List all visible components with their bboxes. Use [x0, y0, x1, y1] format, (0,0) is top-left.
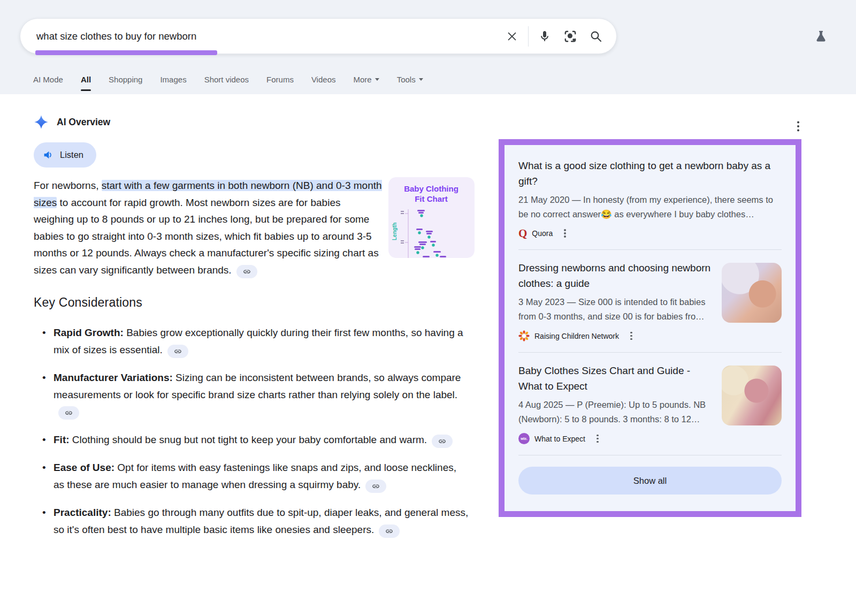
source-card-title[interactable]: Dressing newborns and choosing newborn c… [518, 261, 714, 291]
card-divider [518, 249, 782, 250]
quora-logo: Q [518, 228, 527, 239]
source-name: Quora [532, 229, 553, 238]
kebab-menu-icon[interactable] [597, 438, 599, 440]
item-text: Clothing should be snug but not tight to… [70, 434, 427, 445]
labs-button[interactable] [811, 27, 830, 46]
source-card-snippet: 3 May 2023 — Size 000 is intended to fit… [518, 295, 714, 323]
item-text: Babies go through many outfits due to sp… [54, 507, 468, 535]
source-card[interactable]: Dressing newborns and choosing newborn c… [518, 261, 782, 341]
ai-overview-body: For newborns, start with a few garments … [34, 177, 483, 549]
tab-ai-mode[interactable]: AI Mode [33, 75, 63, 84]
link-icon [372, 482, 380, 490]
listen-button-label: Listen [60, 150, 83, 160]
annotation-search-underline [35, 50, 217, 55]
kebab-menu-icon [797, 125, 800, 128]
close-icon [506, 31, 518, 42]
key-considerations-list: Rapid Growth: Babies grow exceptionally … [34, 324, 483, 538]
kebab-menu-icon[interactable] [564, 232, 566, 234]
search-bar-icons [499, 24, 616, 49]
ai-overview-header: AI Overview [34, 115, 110, 130]
key-considerations-heading: Key Considerations [34, 295, 483, 310]
tab-images[interactable]: Images [160, 75, 186, 84]
search-result-tabs: AI Mode All Shopping Images Short videos… [33, 71, 423, 87]
tab-tools-label: Tools [397, 75, 416, 84]
citation-link-chip[interactable] [236, 265, 257, 278]
chevron-down-icon [419, 78, 423, 81]
link-icon [243, 268, 251, 276]
link-icon [385, 527, 393, 535]
source-card[interactable]: What is a good size clothing to get a ne… [518, 158, 782, 239]
tab-more-label: More [353, 75, 371, 84]
result-thumbnail-image[interactable] [722, 263, 782, 323]
chevron-down-icon [375, 78, 379, 81]
citation-link-chip[interactable] [58, 406, 79, 420]
citation-link-chip[interactable] [432, 435, 453, 448]
item-label: Practicality: [54, 507, 111, 518]
lens-search-button[interactable] [557, 24, 583, 49]
tab-all[interactable]: All [81, 75, 91, 84]
show-all-button[interactable]: Show all [518, 467, 782, 495]
bullet-marker [34, 504, 54, 538]
card-divider [518, 455, 782, 455]
item-label: Manufacturer Variations: [54, 372, 173, 383]
intro-pre: For newborns, [34, 180, 102, 191]
listen-button[interactable]: Listen [34, 142, 96, 168]
link-icon [174, 347, 182, 355]
speaker-icon [43, 149, 54, 161]
tab-tools[interactable]: Tools [397, 75, 423, 84]
list-item: Ease of Use: Opt for items with easy fas… [34, 459, 483, 493]
source-card-snippet: 21 May 2020 — In honesty (from my experi… [518, 193, 782, 221]
what-to-expect-logo: wte. [518, 433, 530, 444]
list-item: Manufacturer Variations: Sizing can be i… [34, 369, 483, 420]
bullet-marker [34, 431, 54, 448]
ai-sparkle-icon [34, 115, 49, 130]
tab-forums[interactable]: Forums [266, 75, 294, 84]
kebab-menu-icon[interactable] [630, 335, 632, 337]
item-label: Ease of Use: [54, 462, 114, 473]
raising-children-network-logo [518, 330, 530, 341]
card-divider [518, 352, 782, 353]
tab-videos[interactable]: Videos [311, 75, 336, 84]
ai-overview-intro-paragraph: For newborns, start with a few garments … [34, 177, 382, 278]
list-item: Practicality: Babies go through many out… [34, 504, 483, 538]
citation-link-chip[interactable] [379, 524, 400, 538]
bullet-marker [34, 459, 54, 493]
search-submit-button[interactable] [583, 24, 609, 49]
search-input[interactable] [20, 31, 499, 42]
source-attribution-row: Raising Children Network [518, 330, 714, 341]
search-bar-divider [528, 26, 529, 47]
fit-chart-title-line2: Fit Chart [415, 194, 448, 203]
clear-search-button[interactable] [499, 24, 525, 49]
fit-chart-title-line1: Baby Clothing [404, 184, 458, 193]
list-item: Rapid Growth: Babies grow exceptionally … [34, 324, 483, 358]
search-icon [590, 30, 602, 43]
source-card-title[interactable]: What is a good size clothing to get a ne… [518, 158, 782, 189]
source-name: Raising Children Network [534, 332, 619, 340]
search-bar [20, 18, 617, 54]
link-icon [438, 437, 446, 445]
bullet-marker [34, 369, 54, 420]
tab-short-videos[interactable]: Short videos [204, 75, 249, 84]
item-label: Rapid Growth: [54, 327, 124, 338]
ai-overview-title: AI Overview [57, 117, 110, 128]
intro-post: to account for rapid growth. Most newbor… [34, 197, 379, 276]
source-card-title[interactable]: Baby Clothes Sizes Chart and Guide - Wha… [518, 363, 714, 394]
citation-link-chip[interactable] [365, 480, 386, 493]
source-card-snippet: 4 Aug 2025 — P (Preemie): Up to 5 pounds… [518, 398, 714, 426]
source-attribution-row: Q Quora [518, 228, 782, 239]
camera-lens-icon [563, 29, 577, 43]
voice-search-button[interactable] [532, 24, 557, 49]
annotation-highlight-border: What is a good size clothing to get a ne… [499, 139, 801, 517]
list-item: Fit: Clothing should be snug but not tig… [34, 431, 483, 448]
source-card[interactable]: Baby Clothes Sizes Chart and Guide - Wha… [518, 363, 782, 444]
tab-shopping[interactable]: Shopping [109, 75, 142, 84]
sources-panel: What is a good size clothing to get a ne… [505, 145, 796, 511]
result-thumbnail-image[interactable] [722, 366, 782, 425]
flask-icon [814, 29, 828, 44]
tab-more[interactable]: More [353, 75, 379, 84]
item-label: Fit: [54, 434, 70, 445]
fit-chart-thumbnail[interactable]: Baby Clothing Fit Chart Length [388, 177, 475, 258]
fit-chart-ylabel: Length [392, 223, 398, 240]
citation-link-chip[interactable] [167, 345, 188, 358]
ai-overview-menu-button[interactable] [791, 119, 806, 134]
